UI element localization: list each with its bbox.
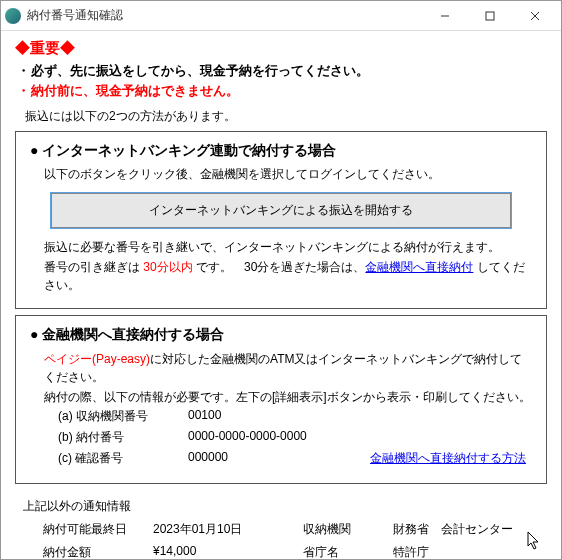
important-line-1: ・必ず、先に振込をしてから、現金予納を行ってください。 [15,62,547,80]
titlebar: 納付番号通知確認 [1,1,561,31]
kv-row-0: (a) 収納機関番号 00100 [58,408,532,425]
content-area: ◆重要◆ ・必ず、先に振込をしてから、現金予納を行ってください。 ・納付前に、現… [1,31,561,559]
section2-desc2: 納付の際、以下の情報が必要です。左下の[詳細表示]ボタンから表示・印刷してくださ… [44,388,532,406]
close-button[interactable] [512,2,557,30]
section2-header: ● 金融機関へ直接納付する場合 [30,326,532,344]
svg-rect-1 [486,12,494,20]
important-line-2-text: 納付前に、現金予納はできません。 [31,83,239,98]
important-line-1-text: 必ず、先に振込をしてから、現金予納を行ってください。 [31,63,369,78]
kv-row-2: (c) 確認番号 000000 金融機関へ直接納付する方法 [58,450,532,467]
app-icon [5,8,21,24]
internet-banking-button[interactable]: インターネットバンキングによる振込を開始する [51,193,511,228]
minimize-button[interactable] [422,2,467,30]
maximize-button[interactable] [467,2,512,30]
section1-note1: 振込に必要な番号を引き継いで、インターネットバンキングによる納付が行えます。 [44,238,532,256]
direct-payment-method-link[interactable]: 金融機関へ直接納付する方法 [370,450,526,467]
info-header: 上記以外の通知情報 [23,498,547,515]
section1-desc: 以下のボタンをクリック後、金融機関を選択してログインしてください。 [44,166,532,183]
sub-note: 振込には以下の2つの方法があります。 [25,108,547,125]
app-window: 納付番号通知確認 ◆重要◆ ・必ず、先に振込をしてから、現金予納を行ってください… [0,0,562,560]
info-section: 上記以外の通知情報 納付可能最終日2023年01月10日収納機関財務省 会計セン… [15,494,547,559]
important-line-2: ・納付前に、現金予納はできません。 [15,82,547,100]
section2-desc: ペイジー(Pay-easy)に対応した金融機関のATM又はインターネットバンキン… [44,350,532,386]
section1-note2: 番号の引き継ぎは 30分以内 です。 30分を過ぎた場合は、金融機関へ直接納付 … [44,258,532,294]
window-title: 納付番号通知確認 [27,7,422,24]
direct-payment-link[interactable]: 金融機関へ直接納付 [365,260,473,274]
section1-header: ● インターネットバンキング連動で納付する場合 [30,142,532,160]
section-internet-banking: ● インターネットバンキング連動で納付する場合 以下のボタンをクリック後、金融機… [15,131,547,309]
important-header: ◆重要◆ [15,39,547,58]
info-grid: 納付可能最終日2023年01月10日収納機関財務省 会計センター 納付金額¥14… [43,521,547,559]
kv-row-1: (b) 納付番号 0000-0000-0000-0000 [58,429,532,446]
section-direct-payment: ● 金融機関へ直接納付する場合 ペイジー(Pay-easy)に対応した金融機関の… [15,315,547,484]
